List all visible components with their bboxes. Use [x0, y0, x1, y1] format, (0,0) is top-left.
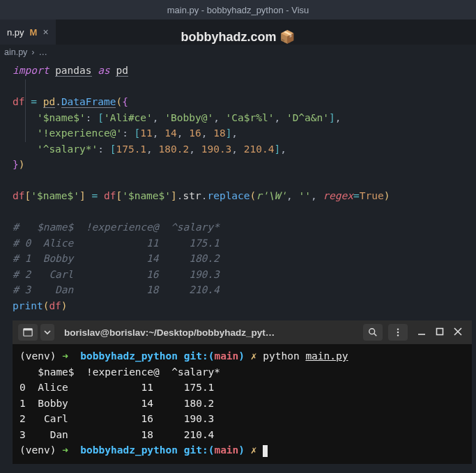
constant: True	[360, 190, 384, 201]
svg-rect-1	[24, 329, 32, 331]
number: 190.3	[201, 144, 232, 155]
operator: =	[31, 96, 37, 107]
bracket: [	[116, 190, 122, 201]
comma: ,	[231, 144, 238, 155]
kwarg: regex	[323, 190, 353, 201]
brace: {	[122, 96, 128, 107]
dropdown-button[interactable]	[40, 324, 54, 341]
string: '$name$'	[37, 112, 86, 123]
number: 180.2	[159, 144, 190, 155]
terminal-output: 0 Alice 11 175.1	[20, 380, 465, 396]
command: python	[263, 350, 299, 362]
variable: df	[13, 190, 24, 201]
svg-point-4	[397, 328, 399, 329]
kebab-menu-icon	[393, 327, 403, 337]
string: '$name$'	[31, 190, 79, 201]
terminal-body[interactable]: (venv) ➜ bobbyhadz_python git:(main) ✗ p…	[13, 344, 472, 464]
prompt-path: bobbyhadz_python	[80, 444, 178, 456]
prompt-git: git:	[184, 444, 208, 456]
close-button[interactable]	[454, 327, 462, 338]
comment: # 0 Alice 11 175.1	[13, 235, 476, 251]
string: 'Bobby@'	[164, 112, 213, 123]
search-icon	[368, 327, 378, 337]
comma: ,	[286, 190, 293, 201]
number: 11	[140, 127, 152, 139]
prompt-arrow-icon: ➜	[62, 350, 68, 362]
method: DataFrame	[61, 96, 116, 108]
window-title: main.py - bobbyhadz_python - Visu	[167, 5, 309, 15]
comment: # $name$ !experience@ ^salary*	[13, 219, 476, 235]
string: '!experience@'	[37, 127, 122, 139]
chevron-right-icon: ›	[31, 47, 34, 57]
command-arg: main.py	[305, 350, 348, 362]
keyword: import	[13, 65, 49, 76]
minimize-button[interactable]	[417, 327, 426, 338]
variable: df	[104, 190, 116, 201]
editor-tab-bar: n.py M ×	[0, 20, 476, 45]
colon: :	[86, 112, 92, 123]
terminal-header[interactable]: borislav@borislav:~/Desktop/bobbyhadz_py…	[13, 320, 472, 344]
menu-button[interactable]	[388, 324, 408, 341]
svg-point-6	[397, 334, 399, 336]
comment: # 1 Bobby 14 180.2	[13, 251, 476, 267]
comma: ,	[231, 127, 238, 139]
bracket: ]	[79, 190, 86, 201]
svg-point-2	[369, 329, 375, 334]
bracket: [	[98, 112, 104, 123]
method: replace	[207, 190, 249, 201]
module-name: pandas	[55, 65, 91, 77]
string: ''	[298, 190, 310, 201]
terminal-cursor	[263, 445, 268, 457]
attr: str	[183, 190, 201, 201]
prompt-dirty-icon: ✗	[251, 350, 257, 362]
comma: ,	[153, 112, 159, 123]
comma: ,	[280, 144, 286, 155]
variable: df	[49, 300, 61, 311]
window-title-bar: main.py - bobbyhadz_python - Visu	[0, 0, 476, 20]
prompt-path: bobbyhadz_python	[80, 350, 178, 362]
search-button[interactable]	[363, 324, 383, 341]
svg-line-3	[374, 334, 377, 336]
bracket: ]	[329, 112, 335, 123]
terminal-output: 1 Bobby 14 180.2	[20, 396, 465, 412]
code-editor[interactable]: import pandas as pd df = pd.DataFrame({ …	[0, 60, 476, 319]
close-icon[interactable]: ×	[43, 26, 48, 38]
svg-rect-8	[437, 329, 443, 335]
string: r'\W'	[256, 190, 286, 201]
terminal-output: 3 Dan 18 210.4	[20, 427, 465, 443]
comma: ,	[146, 144, 153, 155]
maximize-icon	[436, 327, 444, 336]
tab-modified-indicator: M	[30, 27, 38, 38]
bracket: [	[24, 190, 31, 201]
terminal-icon	[23, 327, 33, 337]
colon: :	[122, 127, 128, 139]
breadcrumb[interactable]: ain.py › …	[0, 45, 476, 60]
dot: .	[177, 190, 183, 201]
maximize-button[interactable]	[436, 327, 444, 338]
terminal-output: $name$ !experience@ ^salary*	[20, 364, 465, 380]
string: 'Ali#ce'	[104, 112, 153, 123]
new-tab-button[interactable]	[18, 324, 38, 341]
object: pd	[43, 96, 55, 108]
prompt-git: git:	[184, 350, 208, 362]
indent-guide	[25, 79, 26, 142]
keyword: as	[98, 65, 109, 76]
number: 14	[164, 127, 176, 139]
comma: ,	[274, 112, 280, 123]
string: '$name$'	[122, 190, 171, 201]
number: 16	[189, 127, 201, 139]
comma: ,	[189, 144, 195, 155]
comma: ,	[311, 190, 317, 201]
prompt-branch: main	[214, 350, 238, 362]
variable: df	[13, 96, 24, 107]
prompt-branch: main	[214, 444, 238, 456]
comma: ,	[335, 112, 341, 123]
file-tab[interactable]: n.py M ×	[0, 20, 56, 45]
string: 'D^a&n'	[286, 112, 329, 123]
paren: )	[19, 159, 25, 170]
terminal-title: borislav@borislav:~/Desktop/bobbyhadz_py…	[60, 327, 358, 338]
brace: }	[13, 159, 19, 170]
minimize-icon	[417, 327, 426, 336]
paren: (	[250, 190, 256, 201]
prompt-arrow-icon: ➜	[62, 444, 68, 456]
